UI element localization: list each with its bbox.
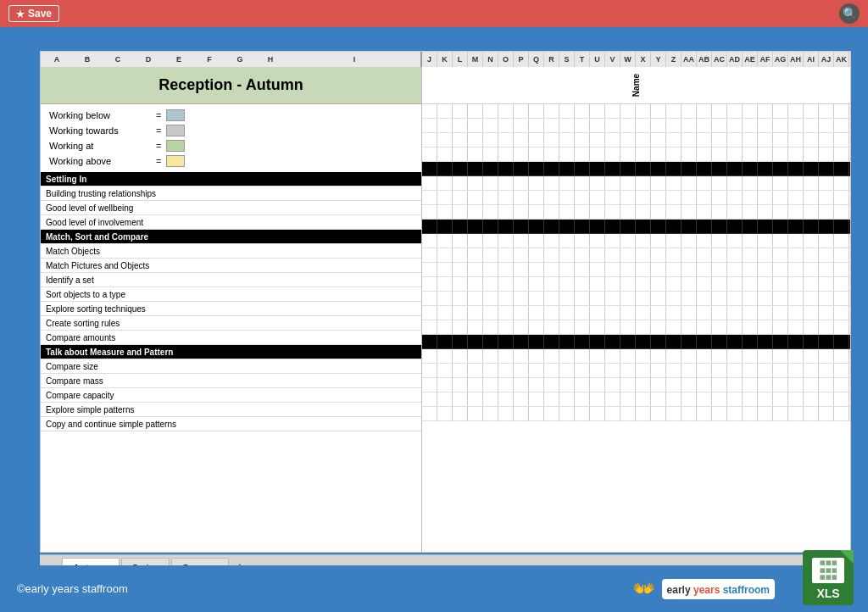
grid-cell[interactable] <box>575 364 590 378</box>
grid-cell[interactable] <box>651 248 666 263</box>
grid-cell[interactable] <box>697 364 712 378</box>
grid-cell[interactable] <box>804 119 819 133</box>
grid-cell[interactable] <box>849 335 850 349</box>
grid-cell[interactable] <box>727 248 743 263</box>
grid-cell[interactable] <box>529 306 544 320</box>
grid-cell[interactable] <box>834 335 849 349</box>
grid-cell[interactable] <box>544 234 559 248</box>
grid-cell[interactable] <box>437 119 453 133</box>
grid-cell[interactable] <box>544 364 559 378</box>
grid-cell[interactable] <box>559 176 575 191</box>
grid-cell[interactable] <box>804 205 819 220</box>
grid-cell[interactable] <box>758 263 773 277</box>
grid-cell[interactable] <box>514 147 529 162</box>
grid-cell[interactable] <box>758 133 773 147</box>
grid-cell[interactable] <box>498 176 514 191</box>
grid-cell[interactable] <box>468 320 483 335</box>
grid-cell[interactable] <box>498 292 514 306</box>
grid-cell[interactable] <box>437 407 453 421</box>
grid-cell[interactable] <box>605 349 620 364</box>
grid-cell[interactable] <box>514 220 529 234</box>
grid-cell[interactable] <box>544 119 559 133</box>
grid-cell[interactable] <box>712 104 727 119</box>
grid-cell[interactable] <box>727 162 743 176</box>
grid-cell[interactable] <box>849 349 850 364</box>
grid-cell[interactable] <box>559 277 575 292</box>
grid-cell[interactable] <box>422 263 437 277</box>
grid-cell[interactable] <box>788 407 804 421</box>
grid-cell[interactable] <box>849 176 850 191</box>
grid-cell[interactable] <box>620 378 636 392</box>
grid-cell[interactable] <box>483 335 498 349</box>
grid-cell[interactable] <box>636 234 651 248</box>
grid-cell[interactable] <box>834 176 849 191</box>
grid-cell[interactable] <box>498 407 514 421</box>
grid-cell[interactable] <box>727 335 743 349</box>
grid-cell[interactable] <box>849 119 850 133</box>
grid-cell[interactable] <box>819 320 834 335</box>
grid-cell[interactable] <box>682 364 697 378</box>
grid-cell[interactable] <box>498 119 514 133</box>
grid-cell[interactable] <box>453 162 468 176</box>
grid-cell[interactable] <box>697 220 712 234</box>
grid-cell[interactable] <box>453 335 468 349</box>
grid-cell[interactable] <box>636 263 651 277</box>
grid-cell[interactable] <box>697 104 712 119</box>
grid-cell[interactable] <box>697 234 712 248</box>
grid-cell[interactable] <box>514 263 529 277</box>
grid-cell[interactable] <box>422 234 437 248</box>
grid-cell[interactable] <box>468 162 483 176</box>
grid-cell[interactable] <box>682 392 697 407</box>
grid-cell[interactable] <box>834 205 849 220</box>
grid-cell[interactable] <box>743 104 758 119</box>
grid-cell[interactable] <box>788 162 804 176</box>
grid-cell[interactable] <box>483 320 498 335</box>
grid-cell[interactable] <box>453 364 468 378</box>
grid-cell[interactable] <box>666 349 682 364</box>
grid-cell[interactable] <box>483 392 498 407</box>
grid-cell[interactable] <box>483 306 498 320</box>
grid-cell[interactable] <box>544 205 559 220</box>
grid-cell[interactable] <box>682 292 697 306</box>
grid-cell[interactable] <box>758 407 773 421</box>
grid-cell[interactable] <box>819 364 834 378</box>
grid-cell[interactable] <box>834 162 849 176</box>
grid-cell[interactable] <box>834 220 849 234</box>
grid-cell[interactable] <box>758 205 773 220</box>
grid-cell[interactable] <box>834 392 849 407</box>
grid-cell[interactable] <box>559 292 575 306</box>
grid-cell[interactable] <box>575 176 590 191</box>
grid-cell[interactable] <box>666 176 682 191</box>
grid-cell[interactable] <box>773 234 788 248</box>
grid-cell[interactable] <box>636 320 651 335</box>
grid-cell[interactable] <box>773 335 788 349</box>
grid-cell[interactable] <box>682 320 697 335</box>
grid-cell[interactable] <box>788 248 804 263</box>
grid-cell[interactable] <box>437 320 453 335</box>
grid-cell[interactable] <box>773 176 788 191</box>
grid-cell[interactable] <box>590 234 605 248</box>
grid-cell[interactable] <box>544 191 559 205</box>
grid-cell[interactable] <box>773 205 788 220</box>
grid-cell[interactable] <box>620 248 636 263</box>
grid-cell[interactable] <box>773 191 788 205</box>
grid-cell[interactable] <box>758 162 773 176</box>
grid-cell[interactable] <box>605 133 620 147</box>
grid-cell[interactable] <box>422 335 437 349</box>
grid-cell[interactable] <box>453 263 468 277</box>
grid-cell[interactable] <box>743 248 758 263</box>
grid-cell[interactable] <box>636 407 651 421</box>
grid-cell[interactable] <box>682 306 697 320</box>
grid-cell[interactable] <box>819 292 834 306</box>
grid-cell[interactable] <box>590 320 605 335</box>
grid-cell[interactable] <box>758 220 773 234</box>
grid-cell[interactable] <box>559 191 575 205</box>
grid-cell[interactable] <box>849 378 850 392</box>
grid-cell[interactable] <box>437 349 453 364</box>
grid-cell[interactable] <box>468 119 483 133</box>
grid-cell[interactable] <box>834 320 849 335</box>
grid-cell[interactable] <box>437 162 453 176</box>
grid-cell[interactable] <box>468 205 483 220</box>
grid-cell[interactable] <box>514 162 529 176</box>
grid-cell[interactable] <box>605 407 620 421</box>
